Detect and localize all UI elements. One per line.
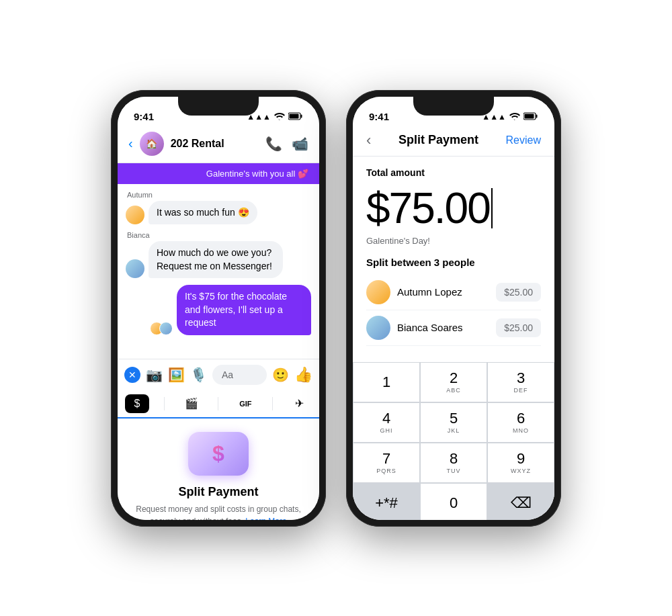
input-bar: ✕ 📷 🖼️ 🎙️ Aa 🙂 👍 [118,359,319,390]
numpad-key-⌫[interactable]: ⌫ [487,483,554,520]
messenger-header-left: ‹ 🏠 202 Rental [128,132,224,156]
toolbar-divider-1 [164,397,165,410]
autumn-sender-label: Autumn [127,191,311,199]
wifi-icon-1 [274,112,285,122]
numpad-key-sub: TUV [447,468,461,474]
split-back-button[interactable]: ‹ [366,132,371,149]
toolbar-send-icon[interactable]: ✈ [288,394,312,413]
split-payment-header: ‹ Split Payment Review [353,126,554,157]
numpad-key-main: ⌫ [511,496,532,511]
numpad-key-sub: JKL [448,427,460,434]
numpad-key-4[interactable]: 4GHI [353,402,420,443]
status-icons-1: ▲▲▲ [247,112,303,122]
mic-icon[interactable]: 🎙️ [190,367,207,383]
numpad-key-8[interactable]: 8TUV [420,443,487,483]
numpad-key-1[interactable]: 1 [353,362,420,402]
status-time-2: 9:41 [369,111,389,122]
status-icons-2: ▲▲▲ [482,112,538,122]
close-icon[interactable]: ✕ [124,367,140,383]
emoji-icon[interactable]: 🙂 [272,367,289,383]
toolbar-gif-icon[interactable]: GIF [233,394,257,413]
autumn-avatar [126,206,144,224]
numpad-key-main: 6 [517,411,525,426]
split-between-label: Split between 3 people [366,257,541,268]
numpad-key-main: 1 [382,375,390,390]
numpad-key-9[interactable]: 9WXYZ [487,443,554,483]
bianca-sender-label: Bianca [127,231,311,239]
feature-title: Split Payment [178,485,258,499]
svg-rect-5 [525,114,534,118]
notch-2 [413,97,494,116]
numpad-key-7[interactable]: 7PQRS [353,443,420,483]
camera-icon[interactable]: 📷 [146,367,163,383]
numpad-key-sub: DEF [514,387,528,394]
payment-subtitle: Galentine's Day! [366,236,541,246]
learn-more-link[interactable]: Learn More [245,517,286,520]
autumn-split-name: Autumn Lopez [397,286,462,298]
messenger-header: ‹ 🏠 202 Rental 📞 📹 [118,126,319,163]
toolbar: $ 🎬 GIF ✈ [118,390,319,419]
toolbar-payment-icon[interactable]: $ [125,394,149,413]
toolbar-divider-2 [218,397,218,410]
amount-value: $75.00 [366,183,490,233]
messenger-screen: 9:41 ▲▲▲ ‹ 🏠 202 Rental [118,97,319,520]
contact-avatar: 🏠 [140,132,164,156]
split-person-bianca: Bianca Soares $25.00 [366,310,541,346]
bianca-split-avatar [366,316,390,340]
call-button[interactable]: 📞 [265,136,282,152]
outgoing-msg-row: It's $75 for the chocolate and flowers, … [126,285,311,335]
read-avatars [150,322,173,335]
split-payment-icon: $ [212,441,224,466]
numpad: 12ABC3DEF4GHI5JKL6MNO7PQRS8TUV9WXYZ+*#0⌫ [353,362,554,520]
numpad-key-main: 8 [450,451,458,466]
numpad-key-main: 9 [517,451,525,466]
numpad-key-0[interactable]: 0 [420,483,487,520]
numpad-key-main: 7 [382,451,390,466]
wifi-icon-2 [509,112,520,122]
banner-text: Galentine's with you all 💕 [206,169,308,179]
feature-card: $ Split Payment Request money and split … [118,419,319,520]
numpad-key-sub: PQRS [376,468,396,474]
split-person-bianca-left: Bianca Soares [366,316,463,340]
battery-icon-2 [523,112,538,122]
chat-area[interactable]: Autumn It was so much fun 😍 Bianca [118,184,319,359]
bianca-msg-group: Bianca How much do we owe you? Request m… [126,231,311,278]
video-button[interactable]: 📹 [292,136,308,152]
bianca-avatar [126,259,144,278]
battery-icon-1 [288,112,303,122]
numpad-row: +*#0⌫ [353,483,554,520]
numpad-key-+*#[interactable]: +*# [353,483,420,520]
phones-container: 9:41 ▲▲▲ ‹ 🏠 202 Rental [0,77,672,540]
messenger-header-right: 📞 📹 [265,136,308,152]
svg-rect-4 [536,114,538,118]
message-input[interactable]: Aa [212,365,267,385]
like-icon[interactable]: 👍 [294,366,312,384]
numpad-key-main: +*# [375,496,398,511]
svg-rect-1 [301,114,302,118]
split-payment-body: Total amount $75.00 Galentine's Day! Spl… [353,157,554,357]
autumn-split-avatar [366,280,390,304]
notch [178,97,259,116]
numpad-row: 4GHI5JKL6MNO [353,402,554,443]
bianca-msg-row: How much do we owe you? Request me on Me… [126,241,311,278]
numpad-key-5[interactable]: 5JKL [420,402,487,443]
photo-icon[interactable]: 🖼️ [168,367,185,383]
numpad-key-2[interactable]: 2ABC [420,362,487,402]
messenger-back-button[interactable]: ‹ [128,136,133,151]
toolbar-video-icon[interactable]: 🎬 [179,394,204,413]
cursor [491,188,493,228]
feature-desc: Request money and split costs in group c… [134,503,303,520]
numpad-key-main: 3 [517,371,525,386]
bianca-split-name: Bianca Soares [397,322,463,333]
numpad-key-main: 0 [450,496,458,511]
bianca-split-amount: $25.00 [496,318,541,337]
autumn-msg-content: It was so much fun 😍 [149,201,257,225]
numpad-key-6[interactable]: 6MNO [487,402,554,443]
split-person-autumn-left: Autumn Lopez [366,280,462,304]
numpad-key-3[interactable]: 3DEF [487,362,554,402]
svg-rect-2 [290,114,299,118]
review-button[interactable]: Review [506,134,541,146]
phone-split-payment: 9:41 ▲▲▲ ‹ Split Payment Review [346,90,561,527]
phone-messenger: 9:41 ▲▲▲ ‹ 🏠 202 Rental [111,90,326,527]
numpad-key-sub: MNO [513,427,529,434]
